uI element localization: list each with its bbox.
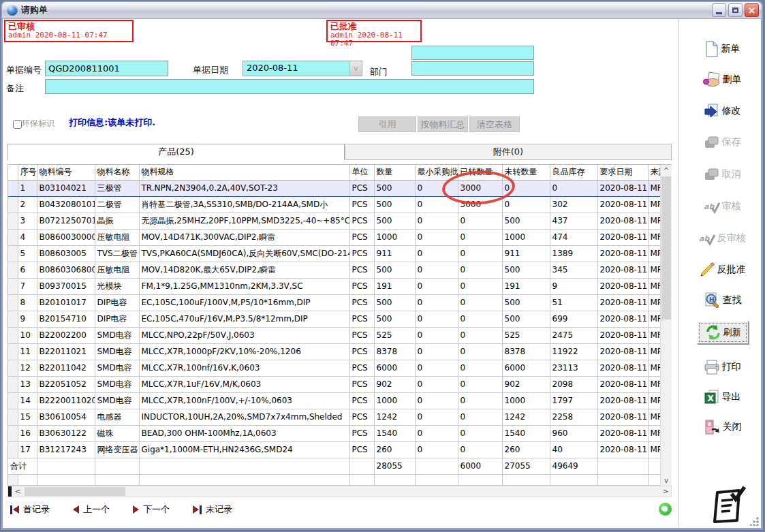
grid-cell[interactable]: 1389	[550, 245, 597, 262]
grid-cell[interactable]: 0	[415, 343, 458, 360]
summarize-by-material-button[interactable]: 按物料汇总	[418, 116, 468, 132]
delete-doc-button[interactable]: 删单	[682, 69, 762, 91]
grid-cell[interactable]: 960	[550, 425, 597, 441]
grid-cell[interactable]: 1540	[502, 425, 550, 441]
grid-cell[interactable]: PCS	[349, 311, 374, 327]
grid-cell[interactable]: 17	[18, 441, 37, 458]
grid-cell[interactable]: MLCC,X7R,100nf/16V,K,0603	[139, 360, 349, 376]
grid-cell[interactable]: B03104021	[37, 180, 95, 196]
grid-cell[interactable]: B30610054	[37, 409, 95, 425]
grid-cell[interactable]: B22011042	[37, 360, 95, 376]
table-row[interactable]: 14B2220011020SMD电容MLCC,X7R,100nF/100V,+/…	[8, 392, 661, 409]
grid-cell[interactable]: 2020-08-11	[597, 392, 648, 409]
grid-cell[interactable]: 40	[550, 441, 597, 458]
grid-cell[interactable]: 3	[18, 213, 37, 229]
grid-cell[interactable]: 1000	[374, 229, 415, 245]
row-indicator[interactable]	[8, 425, 18, 441]
grid-cell[interactable]: 6000	[374, 360, 415, 376]
grid-cell[interactable]: MR	[648, 180, 661, 196]
row-indicator[interactable]	[8, 262, 18, 278]
grid-cell[interactable]: 三极管	[95, 180, 139, 196]
table-row[interactable]: 16B30630122磁珠BEAD,300 OHM-100Mhz,1A,0603…	[8, 425, 661, 441]
table-row[interactable]: 4B0860030000压敏电阻MOV,14D471K,300VAC,DIP2,…	[8, 229, 661, 245]
grid-cell[interactable]: 911	[374, 245, 415, 262]
grid-cell[interactable]: PCS	[349, 245, 374, 262]
grid-cell[interactable]: EC,105C,100uF/100V,M,P5/10*16mm,DIP	[139, 294, 349, 311]
grid-cell[interactable]: PCS	[349, 294, 374, 311]
grid-cell[interactable]: 晶振	[95, 213, 139, 229]
scroll-right-icon[interactable]: >	[660, 486, 671, 497]
grid-cell[interactable]: B2220011020	[37, 392, 95, 409]
row-indicator[interactable]	[8, 213, 18, 229]
grid-cell[interactable]: 14	[18, 392, 37, 409]
grid-cell[interactable]: B0860306800	[37, 262, 95, 278]
grid-cell[interactable]: 500	[374, 311, 415, 327]
grid-cell[interactable]: 500	[502, 213, 550, 229]
grid-cell[interactable]: 压敏电阻	[95, 229, 139, 245]
chevron-down-icon[interactable]: v	[349, 61, 362, 76]
table-row[interactable]: 12B22011042SMD电容MLCC,X7R,100nf/16V,K,060…	[8, 360, 661, 376]
grid-cell[interactable]: 0	[415, 425, 458, 441]
status-indicator-icon[interactable]	[659, 503, 672, 516]
grid-cell[interactable]: MR	[648, 343, 661, 360]
table-row[interactable]: 3B0721250701晶振无源晶振,25MHZ,20PF,10PPM,SMD3…	[8, 213, 661, 229]
grid-cell[interactable]: 0	[458, 294, 502, 311]
grid-cell[interactable]: 9	[18, 311, 37, 327]
column-header[interactable]: 最小采购批	[415, 165, 458, 180]
grid-cell[interactable]: 0	[415, 409, 458, 425]
grid-cell[interactable]: 2020-08-11	[597, 213, 648, 229]
grid-cell[interactable]: 2020-08-11	[597, 425, 648, 441]
grid-cell[interactable]: 0	[458, 376, 502, 392]
grid-cell[interactable]: MR	[648, 392, 661, 409]
grid-cell[interactable]: MR	[648, 376, 661, 392]
grid-cell[interactable]: 2020-08-11	[597, 360, 648, 376]
dept-input-1[interactable]	[411, 46, 534, 60]
grid-cell[interactable]: 2020-08-11	[597, 409, 648, 425]
row-indicator[interactable]	[8, 229, 18, 245]
grid-cell[interactable]: 2020-08-11	[597, 327, 648, 343]
scroll-down-icon[interactable]: v	[661, 475, 672, 486]
grid-cell[interactable]: 0	[458, 262, 502, 278]
grid-cell[interactable]: 0	[550, 180, 597, 196]
grid-cell[interactable]: MR	[648, 229, 661, 245]
grid-cell[interactable]: 二极管	[95, 196, 139, 213]
grid-cell[interactable]: MR	[648, 409, 661, 425]
table-row[interactable]: 5B08603005TVS二极管TVS,PKA60CA(SMDJ60CA),反向…	[8, 245, 661, 262]
tab-attachment[interactable]: 附件(0)	[345, 144, 672, 160]
unapprove-button[interactable]: 反批准	[682, 259, 762, 281]
doc-no-input[interactable]	[45, 61, 168, 76]
grid-cell[interactable]: 500	[374, 196, 415, 213]
grid-cell[interactable]: 0	[458, 360, 502, 376]
grid-cell[interactable]: 0	[458, 409, 502, 425]
row-indicator[interactable]	[8, 360, 18, 376]
grid-cell[interactable]: MR	[648, 327, 661, 343]
grid-cell[interactable]: 0	[458, 311, 502, 327]
horizontal-scroll-thumb[interactable]	[25, 487, 125, 496]
row-indicator[interactable]	[8, 327, 18, 343]
grid-cell[interactable]: SMD电容	[95, 360, 139, 376]
grid-cell[interactable]: TVS,PKA60CA(SMDJ60CA),反向关断60V,SMC(DO-214…	[139, 245, 349, 262]
grid-cell[interactable]: 6000	[502, 360, 550, 376]
grid-cell[interactable]: 10	[18, 327, 37, 343]
grid-cell[interactable]: PCS	[349, 213, 374, 229]
grid-cell[interactable]: EC,105C,470uF/16V,M,P3.5/8*12mm,DIP	[139, 311, 349, 327]
table-row[interactable]: 9B20154710DIP电容EC,105C,470uF/16V,M,P3.5/…	[8, 311, 661, 327]
grid-cell[interactable]: 肖特基二极管,3A,SS310,SMB/DO-214AA,SMD小	[139, 196, 349, 213]
grid-cell[interactable]: B0432080101	[37, 196, 95, 213]
grid-cell[interactable]: 302	[550, 196, 597, 213]
grid-cell[interactable]: 2020-08-11	[597, 245, 648, 262]
grid-cell[interactable]: B0860030000	[37, 229, 95, 245]
grid-cell[interactable]: 1000	[374, 392, 415, 409]
grid-cell[interactable]: MOV,14D471K,300VAC,DIP2,瞬雷	[139, 229, 349, 245]
remark-input[interactable]	[45, 79, 534, 94]
grid-cell[interactable]: MR	[648, 196, 661, 213]
grid-cell[interactable]: 260	[502, 441, 550, 458]
column-header[interactable]: 良品库存	[550, 165, 597, 180]
grid-cell[interactable]: 2020-08-11	[597, 441, 648, 458]
column-header[interactable]: 要求日期	[597, 165, 648, 180]
grid-cell[interactable]: B22011021	[37, 343, 95, 360]
grid-cell[interactable]: MR	[648, 278, 661, 294]
refresh-button[interactable]: 刷新	[697, 321, 749, 344]
grid-cell[interactable]: 2020-08-11	[597, 294, 648, 311]
nav-previous-record[interactable]: 上一个	[73, 503, 110, 516]
